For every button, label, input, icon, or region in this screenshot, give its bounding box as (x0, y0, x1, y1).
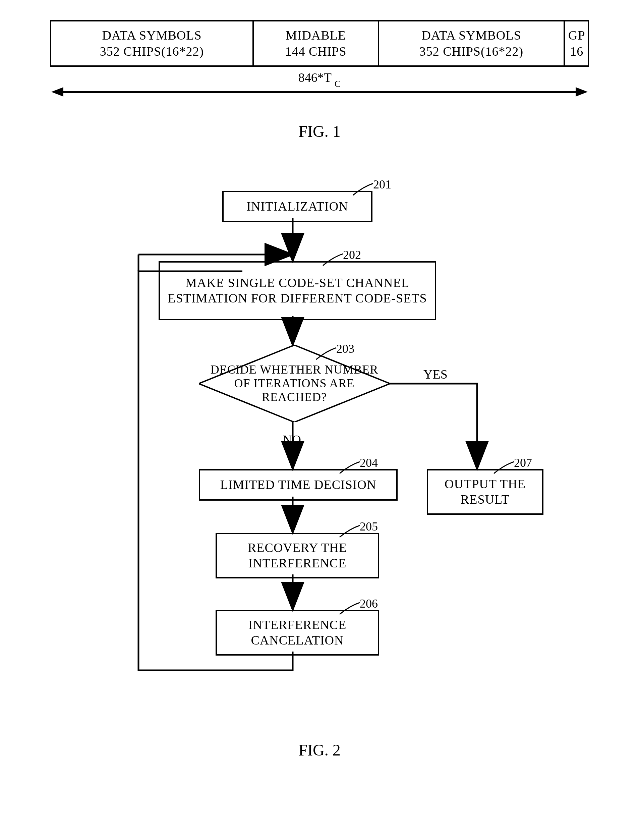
ref-202: 202 (343, 248, 361, 262)
svg-marker-1 (51, 87, 64, 97)
flow-box-single-codeset-estimation: MAKE SINGLE CODE-SET CHANNEL ESTIMATION … (159, 261, 436, 320)
ref-201: 201 (373, 177, 391, 191)
cell-line: 352 CHIPS(16*22) (420, 44, 524, 58)
decision-label: DECIDE WHETHER NUMBER OF ITERATIONS ARE … (199, 363, 390, 404)
frame-cell-data2: DATA SYMBOLS 352 CHIPS(16*22) (379, 21, 565, 65)
cell-line: 144 CHIPS (285, 44, 347, 58)
cell-line: DATA SYMBOLS (421, 28, 521, 42)
box-label: RECOVERY THE INTERFERENCE (220, 540, 375, 571)
ref-204: 204 (360, 456, 378, 470)
flow-box-output-result: OUTPUT THE RESULT (427, 469, 544, 515)
box-label: LIMITED TIME DECISION (220, 477, 377, 493)
cell-line: 16 (570, 44, 583, 58)
cell-line: GP (568, 28, 585, 42)
box-label: MAKE SINGLE CODE-SET CHANNEL ESTIMATION … (163, 275, 431, 306)
box-label: INITIALIZATION (246, 199, 348, 214)
dimension-arrow: 846*T C (51, 70, 588, 99)
dimension-subscript: C (335, 78, 341, 89)
svg-marker-2 (575, 87, 588, 97)
edge-label-yes: YES (423, 367, 448, 382)
ref-203: 203 (336, 342, 354, 356)
frame-cell-data1: DATA SYMBOLS 352 CHIPS(16*22) (51, 21, 254, 65)
ref-205: 205 (360, 519, 378, 533)
flowchart: INITIALIZATION MAKE SINGLE CODE-SET CHAN… (102, 177, 537, 714)
ref-206: 206 (360, 597, 378, 611)
flow-decision-iterations: DECIDE WHETHER NUMBER OF ITERATIONS ARE … (199, 345, 390, 422)
figure-2-caption: FIG. 2 (27, 741, 612, 759)
dimension-text: 846*T (298, 70, 332, 84)
figure-1-caption: FIG. 1 (27, 122, 612, 140)
frame-structure-table: DATA SYMBOLS 352 CHIPS(16*22) MIDABLE 14… (50, 20, 589, 67)
cell-line: DATA SYMBOLS (102, 28, 202, 42)
dimension-label: 846*T C (51, 70, 588, 87)
edge-label-no: NO (283, 432, 301, 447)
frame-cell-midable: MIDABLE 144 CHIPS (254, 21, 379, 65)
flow-box-recovery-interference: RECOVERY THE INTERFERENCE (216, 533, 379, 578)
double-arrow-icon (51, 85, 588, 99)
box-label: OUTPUT THE RESULT (431, 477, 539, 507)
cell-line: MIDABLE (286, 28, 346, 42)
flow-box-interference-cancellation: INTERFERENCE CANCELATION (216, 610, 379, 655)
box-label: INTERFERENCE CANCELATION (220, 617, 375, 648)
frame-cell-gp: GP 16 (565, 21, 589, 65)
cell-line: 352 CHIPS(16*22) (100, 44, 204, 58)
ref-207: 207 (514, 456, 532, 470)
flow-box-limited-time-decision: LIMITED TIME DECISION (199, 469, 397, 501)
